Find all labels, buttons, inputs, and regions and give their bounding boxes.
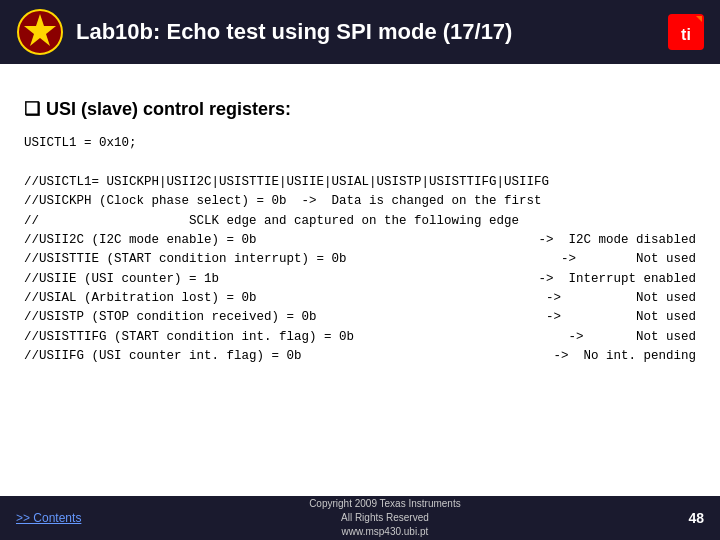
code-line-8: //USIIE (USI counter) = 1b -> Interrupt … — [24, 270, 696, 289]
code-line-12: //USIIFG (USI counter int. flag) = 0b ->… — [24, 347, 696, 366]
code-line-9: //USIAL (Arbitration lost) = 0b -> Not u… — [24, 289, 696, 308]
code-text-10l: //USISTP (STOP condition received) = 0b — [24, 308, 317, 327]
code-line-2 — [24, 153, 696, 172]
code-text-12r: -> No int. pending — [553, 347, 696, 366]
code-line-7: //USISTTIE (START condition interrupt) =… — [24, 250, 696, 269]
page-number: 48 — [688, 510, 704, 526]
section-heading: USI (slave) control registers: — [46, 99, 291, 120]
code-line-1: USICTL1 = 0x10; — [24, 134, 696, 153]
code-text-11l: //USISTTIFG (START condition int. flag) … — [24, 328, 354, 347]
code-text-10r: -> Not used — [546, 308, 696, 327]
code-text-8r: -> Interrupt enabled — [538, 270, 696, 289]
code-text-5: // SCLK edge and captured on the followi… — [24, 212, 519, 231]
code-text-7r: -> Not used — [561, 250, 696, 269]
code-line-5: // SCLK edge and captured on the followi… — [24, 212, 696, 231]
code-text-11r: -> Not used — [568, 328, 696, 347]
code-text-3: //USICTL1= USICKPH|USII2C|USISTTIE|USIIE… — [24, 173, 549, 192]
copyright-line1: Copyright 2009 Texas Instruments — [309, 497, 461, 511]
code-line-4: //USICKPH (Clock phase select) = 0b -> D… — [24, 192, 696, 211]
section-title: ❑ USI (slave) control registers: — [24, 98, 696, 120]
header: Lab10b: Echo test using SPI mode (17/17)… — [0, 0, 720, 64]
code-line-3: //USICTL1= USICKPH|USII2C|USISTTIE|USIIE… — [24, 173, 696, 192]
ubi-logo — [16, 8, 64, 56]
code-line-11: //USISTTIFG (START condition int. flag) … — [24, 328, 696, 347]
main-content: ❑ USI (slave) control registers: USICTL1… — [0, 78, 720, 377]
code-text-8l: //USIIE (USI counter) = 1b — [24, 270, 219, 289]
code-text-4: //USICKPH (Clock phase select) = 0b -> D… — [24, 192, 542, 211]
footer-copyright: Copyright 2009 Texas Instruments All Rig… — [309, 497, 461, 539]
code-text-9l: //USIAL (Arbitration lost) = 0b — [24, 289, 257, 308]
copyright-line3: www.msp430.ubi.pt — [309, 525, 461, 539]
ti-logo: ti — [668, 14, 704, 50]
footer: >> Contents Copyright 2009 Texas Instrum… — [0, 496, 720, 540]
code-text-1: USICTL1 = 0x10; — [24, 134, 137, 153]
code-text-6l: //USII2C (I2C mode enable) = 0b — [24, 231, 257, 250]
page-title: Lab10b: Echo test using SPI mode (17/17) — [76, 19, 668, 45]
contents-link[interactable]: >> Contents — [16, 511, 81, 525]
code-line-6: //USII2C (I2C mode enable) = 0b -> I2C m… — [24, 231, 696, 250]
code-text-12l: //USIIFG (USI counter int. flag) = 0b — [24, 347, 302, 366]
svg-text:ti: ti — [681, 26, 691, 43]
code-text-7l: //USISTTIE (START condition interrupt) =… — [24, 250, 347, 269]
code-block: USICTL1 = 0x10; //USICTL1= USICKPH|USII2… — [24, 134, 696, 367]
bullet-icon: ❑ — [24, 98, 40, 120]
copyright-line2: All Rights Reserved — [309, 511, 461, 525]
code-text-9r: -> Not used — [546, 289, 696, 308]
code-line-10: //USISTP (STOP condition received) = 0b … — [24, 308, 696, 327]
code-text-6r: -> I2C mode disabled — [538, 231, 696, 250]
